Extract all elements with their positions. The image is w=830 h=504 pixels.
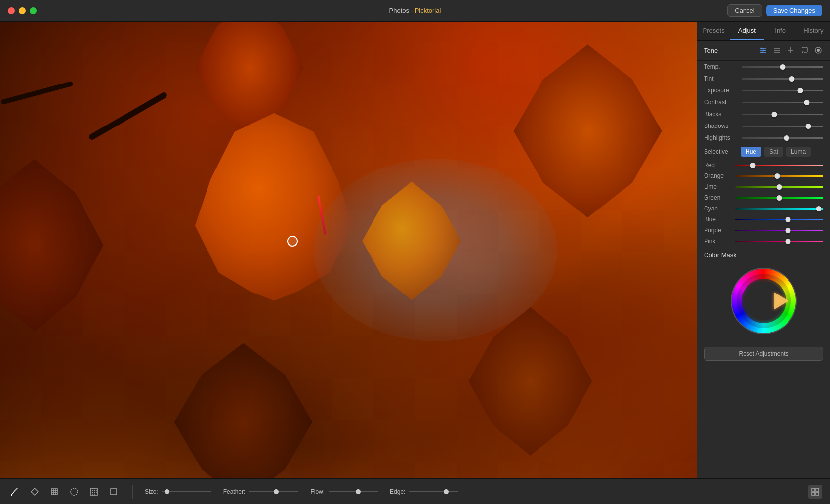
sliders-icon[interactable] [758, 45, 768, 55]
close-button[interactable] [8, 7, 15, 14]
cancel-button[interactable]: Cancel [727, 4, 762, 17]
tab-presets[interactable]: Presets [697, 22, 730, 40]
color-track-cyan[interactable] [735, 208, 823, 210]
selection-icon [70, 487, 79, 496]
size-control: Size: [145, 488, 211, 495]
tool-icons [8, 485, 121, 499]
slider-exposure-track[interactable] [742, 90, 823, 91]
color-track-lime[interactable] [735, 186, 823, 188]
slider-highlights-track[interactable] [742, 137, 823, 139]
color-slider-green: Green [697, 192, 830, 203]
add-icon[interactable] [786, 45, 795, 55]
color-label-green: Green [704, 194, 731, 201]
color-track-purple[interactable] [735, 230, 823, 231]
slider-exposure-label: Exposure [704, 87, 738, 94]
tab-history[interactable]: History [797, 22, 830, 40]
edge-slider[interactable] [409, 491, 458, 492]
mask-svg [814, 46, 822, 54]
color-track-green[interactable] [735, 197, 823, 199]
tab-adjust[interactable]: Adjust [730, 22, 763, 40]
reset-button[interactable]: Reset Adjustments [704, 347, 823, 361]
color-track-red[interactable] [735, 165, 823, 166]
color-label-orange: Orange [704, 172, 731, 179]
slider-shadows-track[interactable] [742, 126, 823, 127]
crop-tool[interactable] [107, 485, 121, 499]
titlebar: Photos - Picktorial Cancel Save Changes [0, 0, 830, 22]
slider-contrast-label: Contrast [704, 99, 738, 106]
layers-icon [50, 487, 59, 496]
edge-thumb [444, 489, 449, 494]
tab-info[interactable]: Info [764, 22, 797, 40]
slider-contrast: Contrast [697, 96, 830, 108]
svg-point-13 [11, 494, 12, 496]
save-button[interactable]: Save Changes [766, 5, 822, 16]
layers-tool[interactable] [47, 485, 61, 499]
photo-canvas[interactable] [0, 22, 697, 478]
slider-blacks-track[interactable] [742, 114, 823, 115]
eraser-icon [30, 487, 39, 496]
toolbar-right [808, 485, 822, 499]
color-track-pink[interactable] [735, 241, 823, 242]
leaf-left [0, 159, 104, 332]
svg-rect-21 [90, 488, 97, 495]
flow-slider[interactable] [329, 491, 378, 492]
color-thumb-purple [785, 228, 790, 233]
crop-icon [109, 487, 118, 496]
slider-shadows-label: Shadows [704, 123, 738, 129]
undo-icon[interactable] [799, 45, 809, 55]
selective-label: Selective [704, 148, 738, 155]
color-thumb-orange [775, 173, 780, 179]
traffic-lights [8, 7, 37, 14]
feather-slider[interactable] [249, 491, 298, 492]
maximize-button[interactable] [30, 7, 37, 14]
color-label-purple: Purple [704, 227, 731, 234]
slider-contrast-track[interactable] [742, 102, 823, 103]
color-track-orange[interactable] [735, 175, 823, 177]
color-slider-lime: Lime [697, 181, 830, 192]
slider-temp-thumb [780, 64, 785, 70]
flow-thumb [356, 489, 361, 494]
color-thumb-red [750, 163, 755, 168]
slider-tint: Tint [697, 73, 830, 84]
eraser-tool[interactable] [28, 485, 42, 499]
luma-button[interactable]: Luma [786, 147, 811, 157]
slider-tint-thumb [789, 76, 795, 82]
size-slider[interactable] [162, 491, 211, 492]
feather-thumb [274, 489, 279, 494]
slider-temp-track[interactable] [742, 66, 823, 68]
feather-label: Feather: [223, 488, 246, 495]
color-wheel-container [704, 264, 823, 338]
selective-row: Selective Hue Sat Luma [697, 144, 830, 160]
slider-tint-track[interactable] [742, 78, 823, 80]
svg-marker-14 [31, 488, 38, 495]
leaf-upper-right [514, 44, 662, 217]
slider-blacks-label: Blacks [704, 111, 738, 118]
color-wheel[interactable] [732, 269, 796, 333]
hue-button[interactable]: Hue [741, 147, 761, 157]
feather-control: Feather: [223, 488, 299, 495]
size-label: Size: [145, 488, 158, 495]
color-track-blue[interactable] [735, 219, 823, 220]
titlebar-actions: Cancel Save Changes [727, 4, 822, 17]
minimize-button[interactable] [19, 7, 26, 14]
svg-rect-29 [812, 492, 815, 495]
slider-temp: Temp. [697, 61, 830, 73]
svg-rect-15 [51, 489, 57, 495]
sat-button[interactable]: Sat [764, 147, 783, 157]
color-label-lime: Lime [704, 183, 731, 190]
slider-highlights-thumb [784, 135, 789, 141]
leaf-bottom-center [174, 343, 313, 478]
brush-tool[interactable] [8, 485, 22, 499]
grid-view-button[interactable] [808, 485, 822, 499]
color-thumb-lime [777, 184, 782, 190]
color-slider-purple: Purple [697, 225, 830, 236]
selection-tool[interactable] [67, 485, 81, 499]
overlay-tool[interactable] [87, 485, 101, 499]
flow-control: Flow: [310, 488, 378, 495]
list-icon[interactable] [772, 45, 782, 55]
slider-exposure: Exposure [697, 84, 830, 96]
slider-shadows: Shadows [697, 120, 830, 132]
slider-highlights: Highlights [697, 132, 830, 144]
slider-shadows-thumb [806, 124, 811, 129]
mask-icon[interactable] [813, 45, 823, 55]
